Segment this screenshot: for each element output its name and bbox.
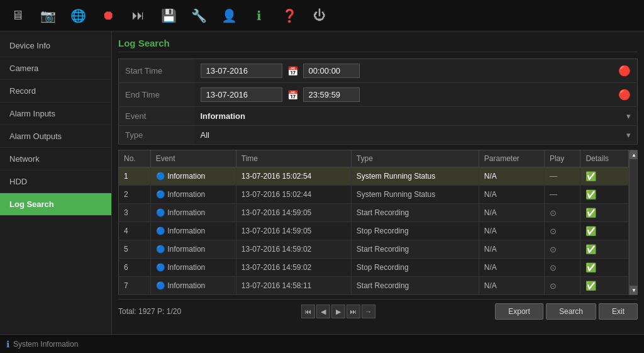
table-row[interactable]: 3🔵 Information13-07-2016 14:59:05Start R… (119, 204, 629, 222)
cell-no: 6 (119, 259, 151, 277)
cell-play[interactable]: ⊙ (544, 259, 580, 277)
status-info-icon: ℹ (6, 339, 9, 349)
info-icon[interactable]: ℹ (248, 4, 270, 27)
page-jump-btn[interactable]: → (362, 305, 375, 318)
help-icon[interactable]: ❓ (278, 4, 301, 27)
sidebar-item-hdd[interactable]: HDD (0, 171, 111, 193)
play-button[interactable]: ⊙ (550, 281, 557, 291)
table-row[interactable]: 6🔵 Information13-07-2016 14:59:02Stop Re… (119, 259, 629, 277)
sidebar-item-alarm-outputs[interactable]: Alarm Outputs (0, 125, 111, 148)
page-first-btn[interactable]: ⏮ (301, 305, 315, 318)
details-check-icon[interactable]: ✅ (586, 171, 596, 181)
cell-details[interactable]: ✅ (580, 204, 629, 222)
cell-play[interactable]: ⊙ (544, 277, 580, 295)
type-dropdown-arrow[interactable]: ▾ (626, 130, 631, 140)
cell-details[interactable]: ✅ (580, 259, 629, 277)
cell-details[interactable]: ✅ (580, 222, 629, 240)
storage-icon[interactable]: 💾 (157, 4, 180, 27)
info-dot-icon: 🔵 (156, 172, 165, 181)
monitor-icon[interactable]: 🖥 (6, 4, 29, 27)
cell-details[interactable]: ✅ (580, 277, 629, 295)
details-check-icon[interactable]: ✅ (586, 189, 596, 199)
start-time-input[interactable] (303, 64, 360, 78)
table-scrollbar[interactable]: ▲ ▼ (629, 150, 638, 295)
play-button[interactable]: ⊙ (550, 245, 557, 254)
account-icon[interactable]: 👤 (218, 4, 240, 27)
scroll-up-btn[interactable]: ▲ (630, 150, 638, 159)
type-value: All (201, 130, 209, 140)
sidebar-item-camera[interactable]: Camera (0, 57, 111, 80)
cell-no: 5 (119, 240, 151, 259)
cell-time: 13-07-2016 14:59:05 (236, 204, 351, 222)
status-text: System Information (13, 340, 78, 349)
play-dash: — (550, 172, 557, 181)
sidebar-item-device-info[interactable]: Device Info (0, 35, 111, 57)
start-date-input[interactable] (201, 64, 282, 78)
cell-event: 🔵 Information (150, 277, 236, 295)
play-button[interactable]: ⊙ (550, 208, 557, 218)
cell-time: 13-07-2016 14:59:05 (236, 222, 351, 240)
page-last-btn[interactable]: ⏭ (347, 305, 360, 318)
play-button[interactable]: ⊙ (550, 227, 557, 236)
cell-parameter: N/A (479, 259, 544, 277)
sidebar-item-alarm-inputs[interactable]: Alarm Inputs (0, 103, 111, 125)
cell-event: 🔵 Information (150, 204, 236, 222)
export-button[interactable]: Export (495, 303, 543, 320)
cell-parameter: N/A (479, 222, 544, 240)
sidebar-item-record[interactable]: Record (0, 80, 111, 103)
cell-details[interactable]: ✅ (580, 240, 629, 259)
cell-event: 🔵 Information (150, 222, 236, 240)
cell-parameter: N/A (479, 277, 544, 295)
cell-parameter: N/A (479, 167, 544, 186)
record-icon[interactable]: ⏺ (97, 4, 119, 27)
end-time-clock-icon[interactable]: 🔴 (618, 89, 631, 101)
cell-play[interactable]: — (544, 167, 580, 186)
log-table: No. Event Time Type Parameter Play Detai… (118, 150, 629, 295)
details-check-icon[interactable]: ✅ (586, 262, 596, 272)
details-check-icon[interactable]: ✅ (586, 281, 596, 291)
cell-parameter: N/A (479, 186, 544, 204)
camera-icon[interactable]: 📷 (36, 4, 59, 27)
power-icon[interactable]: ⏻ (308, 4, 331, 27)
details-check-icon[interactable]: ✅ (586, 244, 596, 254)
scroll-track (630, 159, 637, 286)
page-next-btn[interactable]: ▶ (331, 305, 345, 318)
cell-type: System Running Status (351, 167, 479, 186)
log-table-wrapper: No. Event Time Type Parameter Play Detai… (118, 150, 638, 295)
sidebar-item-log-search[interactable]: Log Search (0, 193, 111, 216)
table-row[interactable]: 7🔵 Information13-07-2016 14:58:11Start R… (119, 277, 629, 295)
exit-button[interactable]: Exit (599, 303, 638, 320)
details-check-icon[interactable]: ✅ (586, 226, 596, 236)
col-event: Event (150, 150, 236, 167)
table-row[interactable]: 1🔵 Information13-07-2016 15:02:54System … (119, 167, 629, 186)
table-row[interactable]: 4🔵 Information13-07-2016 14:59:05Stop Re… (119, 222, 629, 240)
col-type: Type (351, 150, 479, 167)
end-date-calendar-icon[interactable]: 📅 (287, 90, 298, 100)
start-time-clock-icon[interactable]: 🔴 (618, 65, 631, 77)
playback-icon[interactable]: ⏭ (127, 4, 150, 27)
scroll-down-btn[interactable]: ▼ (630, 286, 638, 294)
search-button[interactable]: Search (546, 303, 596, 320)
table-row[interactable]: 2🔵 Information13-07-2016 15:02:44System … (119, 186, 629, 204)
info-dot-icon: 🔵 (156, 281, 165, 290)
info-dot-icon: 🔵 (156, 245, 165, 254)
cell-details[interactable]: ✅ (580, 186, 629, 204)
page-prev-btn[interactable]: ◀ (316, 305, 330, 318)
event-dropdown-arrow[interactable]: ▾ (626, 111, 631, 121)
cell-play[interactable]: ⊙ (544, 204, 580, 222)
end-time-input[interactable] (303, 87, 360, 102)
table-row[interactable]: 5🔵 Information13-07-2016 14:59:02Start R… (119, 240, 629, 259)
cell-no: 2 (119, 186, 151, 204)
cell-details[interactable]: ✅ (580, 167, 629, 186)
cell-play[interactable]: — (544, 186, 580, 204)
cell-play[interactable]: ⊙ (544, 240, 580, 259)
play-button[interactable]: ⊙ (550, 263, 557, 272)
maintenance-icon[interactable]: 🔧 (187, 4, 210, 27)
end-date-input[interactable] (201, 87, 282, 102)
action-buttons: Export Search Exit (495, 303, 638, 320)
cell-play[interactable]: ⊙ (544, 222, 580, 240)
details-check-icon[interactable]: ✅ (586, 208, 596, 218)
sidebar-item-network[interactable]: Network (0, 148, 111, 171)
globe-icon[interactable]: 🌐 (67, 4, 89, 27)
start-date-calendar-icon[interactable]: 📅 (287, 66, 298, 76)
